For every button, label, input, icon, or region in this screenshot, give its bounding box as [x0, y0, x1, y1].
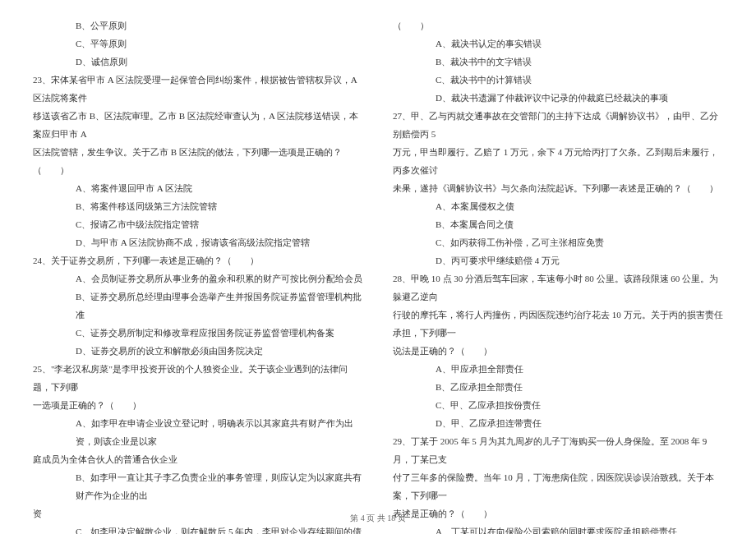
option-text: C、平等原则 — [33, 35, 363, 53]
question-26-cont: （ ） — [393, 16, 723, 35]
question-27: 27、甲、乙与丙就交通事故在交管部门的主持下达成《调解协议书》，由甲、乙分别赔偿… — [393, 107, 723, 143]
option-text: C、如丙获得工伤补偿，乙可主张相应免责 — [393, 233, 723, 251]
option-text: A、丁某可以在向保险公司索赔的同时要求医院承担赔偿责任 — [393, 522, 723, 534]
option-text: A、裁决书认定的事实错误 — [393, 35, 723, 53]
option-text: A、甲应承担全部责任 — [393, 360, 723, 378]
question-23-cont: 移送该省乙市 B、区法院审理。乙市 B 区法院经审查认为，A 区法院移送错误，本… — [33, 107, 363, 143]
question-25-cont: 一选项是正确的？（ ） — [33, 396, 363, 414]
option-cont: 庭成员为全体合伙人的普通合伙企业 — [33, 450, 363, 468]
question-23: 23、宋体某省甲市 A 区法院受理一起保管合同纠纷案件，根据被告管辖权异议，A … — [33, 71, 363, 107]
question-29-cont: 付了三年多的保险费。当年 10 月，丁海患病住院，因医院误诊误治致残。关于本案，… — [393, 468, 723, 504]
question-27-cont: 万元，甲当即履行。乙赔了 1 万元，余下 4 万元给丙打了欠条。乙到期后未履行，… — [393, 143, 723, 179]
option-text: C、报请乙市中级法院指定管辖 — [33, 215, 363, 233]
question-28-cont: 行驶的摩托车，将行人丙撞伤，丙因医院违约治疗花去 10 万元。关于丙的损害责任承… — [393, 306, 723, 342]
page-footer: 第 4 页 共 18 页 — [0, 513, 756, 524]
question-28: 28、甲晚 10 点 30 分酒后驾车回家，车速每小时 80 公里。该路段限速 … — [393, 269, 723, 306]
option-text: B、公平原则 — [33, 16, 363, 35]
question-27-cont: 未果，遂持《调解协议书》与欠条向法院起诉。下列哪一表述是正确的？（ ） — [393, 179, 723, 197]
option-text: B、将案件移送同级第三方法院管辖 — [33, 197, 363, 215]
option-text: A、本案属侵权之债 — [393, 197, 723, 215]
option-text: C、证券交易所制定和修改章程应报国务院证券监督管理机构备案 — [33, 324, 363, 342]
question-28-cont: 说法是正确的？（ ） — [393, 342, 723, 360]
option-text: A、将案件退回甲市 A 区法院 — [33, 179, 363, 197]
option-text: A、如李甲在申请企业设立登记时，明确表示以其家庭共有财产作为出资，则该企业是以家 — [33, 414, 363, 450]
question-29: 29、丁某于 2005 年 5 月为其九周岁的儿子丁海购买一份人身保险。至 20… — [393, 432, 723, 468]
option-text: D、诚信原则 — [33, 53, 363, 71]
option-text: B、如李甲一直让其子李乙负责企业的事务管理，则应认定为以家庭共有财产作为企业的出 — [33, 468, 363, 504]
option-text: D、裁决书遗漏了仲裁评议中记录的仲裁庭已经裁决的事项 — [393, 89, 723, 107]
option-text: D、甲、乙应承担连带责任 — [393, 414, 723, 432]
question-24: 24、关于证券交易所，下列哪一表述是正确的？（ ） — [33, 251, 363, 269]
option-text: D、证券交易所的设立和解散必须由国务院决定 — [33, 342, 363, 360]
option-text: A、会员制证券交易所从事业务的盈余和积累的财产可按比例分配给会员 — [33, 269, 363, 288]
left-column: B、公平原则 C、平等原则 D、诚信原则 23、宋体某省甲市 A 区法院受理一起… — [33, 16, 363, 476]
option-text: C、裁决书中的计算错误 — [393, 71, 723, 89]
option-text: D、丙可要求甲继续赔偿 4 万元 — [393, 251, 723, 269]
right-column: （ ） A、裁决书认定的事实错误 B、裁决书中的文字错误 C、裁决书中的计算错误… — [393, 16, 723, 476]
option-text: B、裁决书中的文字错误 — [393, 53, 723, 71]
question-25: 25、"李老汉私房菜"是李甲投资开设的个人独资企业。关于该企业遇到的法律问题，下… — [33, 360, 363, 396]
option-text: D、与甲市 A 区法院协商不成，报请该省高级法院指定管辖 — [33, 233, 363, 251]
option-text: C、甲、乙应承担按份责任 — [393, 396, 723, 414]
option-text: B、证券交易所总经理由理事会选举产生并报国务院证券监督管理机构批准 — [33, 288, 363, 324]
option-text: B、本案属合同之债 — [393, 215, 723, 233]
option-text: B、乙应承担全部责任 — [393, 378, 723, 396]
option-text: C、如李甲决定解散企业，则在解散后 5 年内，李甲对企业存续期间的债务，仍应承担… — [33, 522, 363, 534]
question-23-cont: 区法院管辖，发生争议。关于乙市 B 区法院的做法，下列哪一选项是正确的？（ ） — [33, 143, 363, 179]
